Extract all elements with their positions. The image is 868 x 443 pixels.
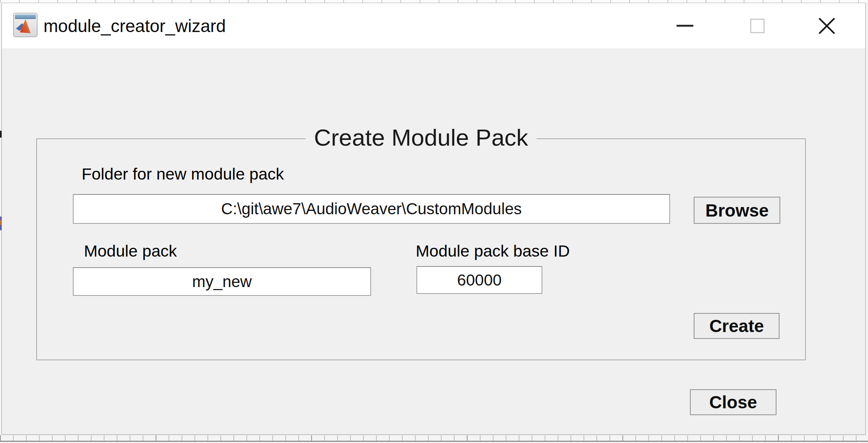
maximize-icon (750, 19, 765, 33)
matlab-figure-icon (13, 13, 38, 37)
module-pack-base-id-input[interactable] (416, 266, 542, 294)
grid-cells (0, 435, 868, 441)
base-id-field-label: Module pack base ID (416, 242, 570, 260)
groupbox-title: Create Module Pack (305, 124, 537, 151)
grid-baseline (0, 441, 868, 442)
module-pack-input[interactable] (73, 267, 371, 296)
close-window-button[interactable] (802, 3, 852, 48)
minimize-icon (677, 25, 693, 27)
background-spreadsheet-grid-top (0, 0, 868, 3)
folder-field-label: Folder for new module pack (82, 165, 284, 183)
close-button-label: Close (709, 392, 757, 413)
minimize-button[interactable] (660, 3, 710, 48)
folder-path-input[interactable] (73, 194, 670, 224)
module-creator-wizard-window: module_creator_wizard Create Module Pack… (2, 3, 866, 435)
create-button-label: Create (709, 316, 764, 336)
module-pack-field-label: Module pack (84, 242, 177, 260)
browse-button[interactable]: Browse (694, 197, 780, 224)
background-spreadsheet-grid-bottom (0, 435, 868, 443)
window-title: module_creator_wizard (43, 3, 226, 48)
close-icon (817, 16, 837, 36)
close-button[interactable]: Close (690, 389, 776, 415)
maximize-button[interactable] (733, 3, 782, 48)
titlebar[interactable]: module_creator_wizard (2, 3, 865, 48)
create-button[interactable]: Create (694, 313, 780, 339)
screen-background: module_creator_wizard Create Module Pack… (0, 0, 868, 443)
browse-button-label: Browse (705, 200, 768, 221)
